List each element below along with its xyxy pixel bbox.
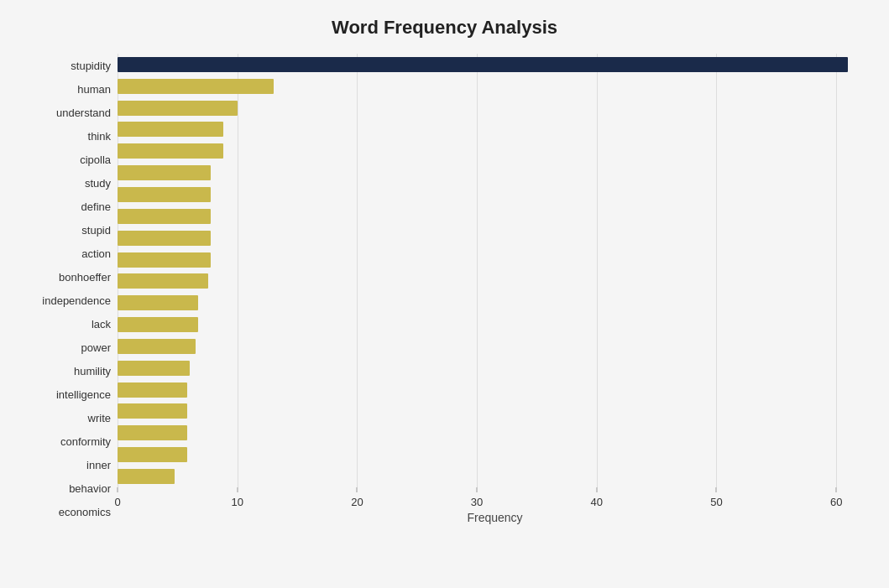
bar [118,79,274,94]
bar-row [118,184,872,206]
bar-row [118,140,872,162]
bar [118,57,848,72]
x-tick-label: 50 [710,496,722,508]
y-label: action [81,248,111,259]
y-label: think [88,131,111,142]
x-tick-label: 10 [231,496,243,508]
chart-area: stupidityhumanunderstandthinkcipollastud… [17,54,872,524]
bar-row [118,270,872,292]
y-label: stupidity [71,60,111,71]
bar [118,339,196,354]
bar-row [118,119,872,141]
bar-row [118,54,872,75]
x-tick-label: 30 [471,496,483,508]
x-tick-line [596,487,597,492]
x-tick-label: 0 [114,496,120,508]
y-label: define [81,201,111,212]
y-axis: stupidityhumanunderstandthinkcipollastud… [17,54,118,524]
bar [118,187,211,202]
y-label: conformity [60,436,111,447]
x-tick-line [357,487,358,492]
y-label: human [77,84,111,95]
y-label: bonhoeffer [59,272,111,283]
bar [118,231,211,246]
bars-and-xaxis: Frequency 0102030405060 [118,54,872,524]
y-label: economics [59,507,111,518]
bar [118,295,198,310]
bar-row [118,466,872,487]
x-tick-label: 40 [591,496,603,508]
bar [118,165,211,180]
bar-row [118,379,872,401]
bar-row [118,75,872,97]
bar-row [118,97,872,119]
bar-row [118,206,872,227]
x-tick-line [237,487,238,492]
bar [118,447,187,462]
bar-row [118,422,872,444]
x-tick-label: 60 [830,496,842,508]
bar [118,101,238,116]
x-tick-label: 20 [351,496,363,508]
x-tick-line [118,487,118,492]
y-label: study [85,178,111,189]
x-axis: Frequency 0102030405060 [118,491,872,524]
y-label: intelligence [56,389,111,400]
bar [118,361,190,376]
bar [118,382,187,398]
y-label: independence [42,295,111,306]
bar-row [118,444,872,466]
bar [118,403,187,419]
y-label: cipolla [80,154,111,165]
y-label: power [81,342,111,353]
x-axis-label: Frequency [118,511,872,524]
bar-row [118,336,872,357]
y-label: stupid [81,225,111,236]
bar-row [118,401,872,423]
bar-row [118,357,872,379]
bar-row [118,162,872,184]
bar [118,425,187,440]
bar-row [118,227,872,249]
bar [118,122,223,137]
bar [118,252,211,268]
chart-container: Word Frequency Analysis stupidityhumanun… [0,0,889,588]
bar [118,273,208,289]
x-tick-line [716,487,717,492]
y-label: inner [86,460,111,471]
y-label: understand [56,107,111,118]
bar [118,317,198,332]
chart-title: Word Frequency Analysis [17,17,872,39]
bar [118,469,175,484]
bar [118,143,223,159]
bars-area [118,54,872,487]
x-tick-line [477,487,478,492]
bar-row [118,292,872,314]
y-label: behavior [69,483,111,494]
y-label: humility [74,366,111,377]
x-tick-line [836,487,837,492]
y-label: lack [92,319,111,330]
bar [118,209,211,224]
bar-row [118,314,872,336]
bar-row [118,249,872,271]
y-label: write [88,413,111,424]
